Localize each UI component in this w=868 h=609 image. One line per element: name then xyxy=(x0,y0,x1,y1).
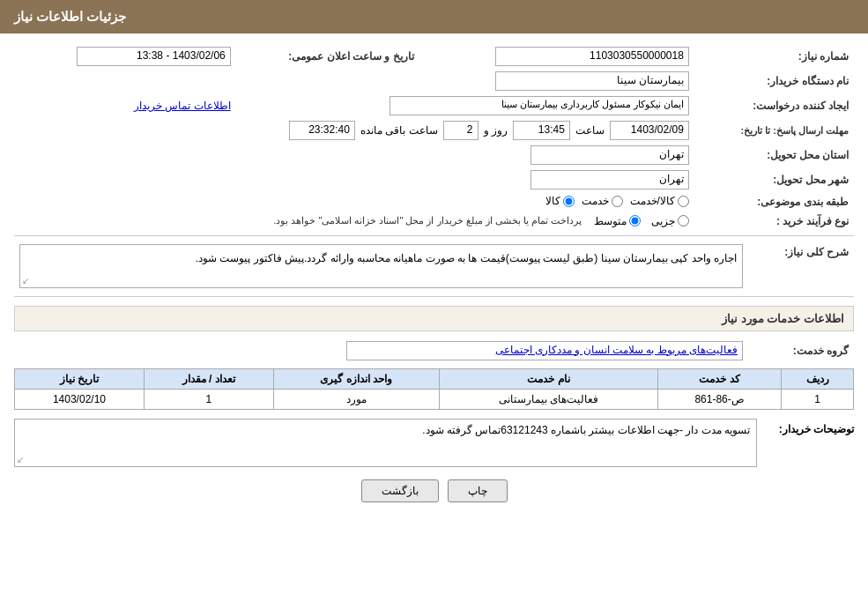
table-cell-quantity: 1 xyxy=(144,389,273,409)
description-form: شرح کلی نیاز: اجاره واحد کپی بیمارستان س… xyxy=(14,241,854,291)
buyer-notes-box: تسویه مدت دار -جهت اطلاعات بیشتر باشماره… xyxy=(14,419,757,467)
th-name: نام خدمت xyxy=(439,368,657,389)
category-option-kala-khadamat[interactable]: کالا/خدمت xyxy=(630,195,689,207)
page-title: جزئیات اطلاعات نیاز xyxy=(14,9,126,24)
need-number-label: شماره نیاز: xyxy=(694,44,854,69)
buyer-org-label: نام دستگاه خریدار: xyxy=(694,69,854,93)
buyer-org-cell: بیمارستان سینا xyxy=(14,69,694,93)
buyer-notes-label: توضیحات خریدار: xyxy=(757,419,854,435)
need-number-value: 1103030550000018 xyxy=(495,47,689,66)
service-group-value: فعالیت‌های مربوط به سلامت انسان و مددکار… xyxy=(346,341,743,360)
need-number-cell: 1103030550000018 xyxy=(419,44,694,69)
category-label: طبقه بندی موضوعی: xyxy=(694,192,854,212)
service-group-label: گروه خدمت: xyxy=(748,338,854,363)
buyer-notes-section: توضیحات خریدار: تسویه مدت دار -جهت اطلاع… xyxy=(14,419,854,467)
purchase-type-option-motevasset[interactable]: متوسط xyxy=(594,215,641,227)
deadline-time-value: 13:45 xyxy=(513,121,570,140)
announce-date-cell: 1403/02/06 - 13:38 xyxy=(14,44,236,69)
th-date: تاریخ نیاز xyxy=(15,368,145,389)
category-option-khadamat[interactable]: خدمت xyxy=(582,195,623,207)
table-cell-row: 1 xyxy=(782,389,854,409)
city-cell: تهران xyxy=(14,167,694,192)
deadline-remaining-value: 23:32:40 xyxy=(289,121,355,140)
announce-date-label: تاریخ و ساعت اعلان عمومی: xyxy=(236,44,419,69)
services-section: اطلاعات خدمات مورد نیاز گروه خدمت: فعالی… xyxy=(14,306,854,410)
province-cell: تهران xyxy=(14,143,694,167)
deadline-days-value: 2 xyxy=(443,121,479,140)
table-cell-date: 1403/02/10 xyxy=(15,389,145,409)
city-value: تهران xyxy=(530,170,689,189)
creator-label: ایجاد کننده درخواست: xyxy=(694,93,854,118)
table-row: 1ص-86-861فعالیت‌های بیمارستانیمورد11403/… xyxy=(15,389,854,409)
purchase-type-label: نوع فرآیند خرید : xyxy=(694,212,854,230)
main-form: شماره نیاز: 1103030550000018 تاریخ و ساع… xyxy=(14,44,854,230)
th-row: ردیف xyxy=(782,368,854,389)
buyer-notes-resize-icon: ↙ xyxy=(17,455,24,464)
th-code: کد خدمت xyxy=(658,368,782,389)
divider-1 xyxy=(14,235,854,236)
province-label: استان محل تحویل: xyxy=(694,143,854,167)
creator-value: ایمان نیکوکار مسئول کاربرداری بیمارستان … xyxy=(389,96,689,115)
services-section-title: اطلاعات خدمات مورد نیاز xyxy=(14,306,854,331)
resize-icon: ↙ xyxy=(22,276,29,286)
buttons-row: چاپ بازگشت xyxy=(14,479,854,502)
description-text: اجاره واحد کپی بیمارستان سینا (طبق لیست … xyxy=(26,250,737,267)
category-cell: کالا/خدمت خدمت کالا xyxy=(14,192,694,212)
table-cell-unit: مورد xyxy=(273,389,439,409)
print-button[interactable]: چاپ xyxy=(448,479,508,502)
creator-link-cell: اطلاعات تماس خریدار xyxy=(14,93,236,118)
buyer-notes-text: تسویه مدت دار -جهت اطلاعات بیشتر باشماره… xyxy=(21,424,750,436)
table-cell-code: ص-86-861 xyxy=(658,389,782,409)
deadline-cell: 1403/02/09 ساعت 13:45 روز و 2 ساعت باقی … xyxy=(14,118,694,143)
buyer-org-value: بیمارستان سینا xyxy=(495,71,689,91)
service-group-form: گروه خدمت: فعالیت‌های مربوط به سلامت انس… xyxy=(14,338,854,363)
purchase-type-note: پرداخت تمام یا بخشی از مبلغ خریدار از مح… xyxy=(273,215,582,227)
category-radio-group: کالا/خدمت خدمت کالا xyxy=(545,195,689,207)
description-label: شرح کلی نیاز: xyxy=(748,241,854,291)
page-header: جزئیات اطلاعات نیاز xyxy=(0,0,868,33)
services-table-body: 1ص-86-861فعالیت‌های بیمارستانیمورد11403/… xyxy=(15,389,854,409)
description-box: اجاره واحد کپی بیمارستان سینا (طبق لیست … xyxy=(19,244,743,288)
th-quantity: تعداد / مقدار xyxy=(144,368,273,389)
deadline-time-label: ساعت xyxy=(575,124,605,137)
back-button[interactable]: بازگشت xyxy=(361,479,439,502)
creator-contact-link[interactable]: اطلاعات تماس خریدار xyxy=(134,100,231,112)
deadline-remaining-label: ساعت باقی مانده xyxy=(360,124,438,137)
deadline-label: مهلت ارسال پاسخ: تا تاریخ: xyxy=(694,118,854,143)
category-option-kala[interactable]: کالا xyxy=(545,195,575,207)
deadline-days-label: روز و xyxy=(484,124,508,137)
province-value: تهران xyxy=(530,145,689,165)
divider-2 xyxy=(14,296,854,297)
th-unit: واحد اندازه گیری xyxy=(273,368,439,389)
description-cell: اجاره واحد کپی بیمارستان سینا (طبق لیست … xyxy=(14,241,748,291)
deadline-date-value: 1403/02/09 xyxy=(610,121,689,140)
announce-date-value: 1403/02/06 - 13:38 xyxy=(77,47,231,66)
purchase-type-cell: جزیی متوسط پرداخت تمام یا بخشی از مبلغ خ… xyxy=(14,212,694,230)
services-table: ردیف کد خدمت نام خدمت واحد اندازه گیری ت… xyxy=(14,368,854,410)
service-group-cell: فعالیت‌های مربوط به سلامت انسان و مددکار… xyxy=(14,338,748,363)
table-header-row: ردیف کد خدمت نام خدمت واحد اندازه گیری ت… xyxy=(15,368,854,389)
city-label: شهر محل تحویل: xyxy=(694,167,854,192)
purchase-type-option-jazie[interactable]: جزیی xyxy=(651,215,689,227)
creator-cell: ایمان نیکوکار مسئول کاربرداری بیمارستان … xyxy=(236,93,694,118)
table-cell-name: فعالیت‌های بیمارستانی xyxy=(439,389,657,409)
